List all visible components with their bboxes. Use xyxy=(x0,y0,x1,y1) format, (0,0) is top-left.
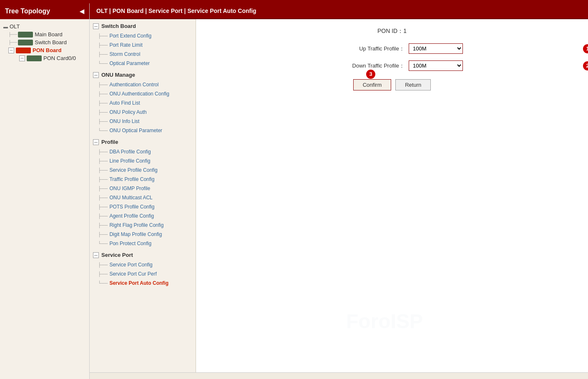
nav-section-header-profile[interactable]: ─ Profile xyxy=(90,137,196,147)
down-traffic-select[interactable]: 100M 200M 500M 1G xyxy=(409,60,463,71)
pon-id-label: PON ID：1 xyxy=(377,28,407,34)
connector-onu-optical: └── xyxy=(98,128,108,133)
tree-label-olt: OLT xyxy=(10,23,20,30)
connector-storm: ├── xyxy=(98,52,108,57)
nav-section-label-onu-manage: ONU Manage xyxy=(101,72,135,78)
tree-label-pon-board: PON Board xyxy=(33,47,61,53)
nav-item-onu-optical-param[interactable]: └── ONU Optical Parameter xyxy=(90,126,196,135)
connector-auth: ├── xyxy=(98,82,108,87)
main-content: ForoISP PON ID：1 Up Traffic Profile： 100… xyxy=(196,19,588,372)
connector-optical: └── xyxy=(98,61,108,66)
down-traffic-row: Down Traffic Profile： 100M 200M 500M 1G … xyxy=(204,60,580,71)
nav-item-optical-parameter[interactable]: └── Optical Parameter xyxy=(90,59,196,68)
nav-menu: ─ Switch Board ├── Port Extend Config ├─… xyxy=(90,19,196,372)
up-traffic-label: Up Traffic Profile： xyxy=(321,45,405,53)
nav-toggle-profile[interactable]: ─ xyxy=(93,139,99,145)
nav-item-storm-control[interactable]: ├── Storm Control xyxy=(90,50,196,59)
nav-toggle-service-port[interactable]: ─ xyxy=(93,252,99,258)
return-button[interactable]: Return xyxy=(395,79,431,90)
pon-card-icon xyxy=(27,55,42,61)
nav-item-port-rate-limit[interactable]: ├── Port Rate Limit xyxy=(90,40,196,50)
tree-item-pon-board[interactable]: ─ PON Board xyxy=(2,46,88,54)
main-board-icon xyxy=(18,32,33,38)
confirm-button[interactable]: Confirm xyxy=(353,79,392,90)
tree-label-switch-board: Switch Board xyxy=(35,39,67,45)
tree-item-main-board[interactable]: ├── Main Board xyxy=(2,30,88,38)
nav-item-onu-info-list[interactable]: ├── ONU Info List xyxy=(90,117,196,126)
nav-section-header-switch-board[interactable]: ─ Switch Board xyxy=(90,21,196,31)
connector-port-rate: ├── xyxy=(98,43,108,48)
svg-text:ForoISP: ForoISP xyxy=(346,310,423,332)
nav-item-service-port-cur-perf[interactable]: ├── Service Port Cur Perf xyxy=(90,269,196,279)
sidebar-header: Tree Topology ◀ xyxy=(0,3,89,19)
nav-item-onu-policy-auth[interactable]: ├── ONU Policy Auth xyxy=(90,108,196,117)
nav-section-switch-board: ─ Switch Board ├── Port Extend Config ├─… xyxy=(90,21,196,68)
connector-info: ├── xyxy=(98,119,108,124)
tree-item-olt[interactable]: ▬ OLT xyxy=(2,23,88,30)
up-traffic-row: Up Traffic Profile： 100M 200M 500M 1G 1 xyxy=(204,43,580,54)
switch-board-icon xyxy=(18,40,33,45)
nav-section-label-switch-board: Switch Board xyxy=(101,23,136,29)
nav-section-header-service-port[interactable]: ─ Service Port xyxy=(90,250,196,260)
nav-item-line-profile[interactable]: ├── Line Profile Config xyxy=(90,156,196,166)
sidebar-title: Tree Topology xyxy=(5,8,50,15)
nav-section-header-onu-manage[interactable]: ─ ONU Manage xyxy=(90,70,196,80)
connector-port-extend: ├── xyxy=(98,33,108,38)
nav-item-service-profile[interactable]: ├── Service Profile Config xyxy=(90,166,196,175)
sidebar: Tree Topology ◀ ▬ OLT ├── Main Board ├──… xyxy=(0,3,90,379)
connector-auto-find: ├── xyxy=(98,100,108,105)
nav-section-profile: ─ Profile ├── DBA Profile Config ├── Lin… xyxy=(90,137,196,248)
up-traffic-select[interactable]: 100M 200M 500M 1G xyxy=(409,43,463,54)
connector-policy: ├── xyxy=(98,110,108,115)
nav-section-label-profile: Profile xyxy=(101,139,118,145)
breadcrumb-bar: OLT | PON Board | Service Port | Service… xyxy=(90,3,588,19)
button-row: 3 Confirm Return xyxy=(204,79,580,90)
pon-board-icon xyxy=(16,48,31,53)
nav-item-auth-control[interactable]: ├── Authentication Control xyxy=(90,80,196,89)
nav-item-right-flag[interactable]: ├── Right Flag Profile Config xyxy=(90,221,196,230)
bottom-scroll-bar[interactable] xyxy=(90,372,588,379)
sidebar-tree: ▬ OLT ├── Main Board ├── Switch Board ─ … xyxy=(0,19,89,379)
sidebar-collapse-btn[interactable]: ◀ xyxy=(80,8,84,15)
badge-3: 3 xyxy=(366,70,375,79)
nav-item-auto-find-list[interactable]: ├── Auto Find List xyxy=(90,98,196,108)
nav-section-onu-manage: ─ ONU Manage ├── Authentication Control … xyxy=(90,70,196,135)
nav-item-dba-profile[interactable]: ├── DBA Profile Config xyxy=(90,147,196,156)
nav-section-label-service-port: Service Port xyxy=(101,252,133,258)
nav-item-agent-profile[interactable]: ├── Agent Profile Config xyxy=(90,211,196,221)
nav-item-onu-auth-config[interactable]: ├── ONU Authentication Config xyxy=(90,89,196,98)
watermark: ForoISP xyxy=(346,305,438,339)
breadcrumb: OLT | PON Board | Service Port | Service… xyxy=(96,8,256,14)
nav-item-onu-multicast[interactable]: ├── ONU Multicast ACL xyxy=(90,193,196,202)
nav-item-service-port-config[interactable]: ├── Service Port Config xyxy=(90,260,196,269)
top-bar xyxy=(0,0,588,3)
tree-item-pon-card[interactable]: ─ PON Card0/0 xyxy=(2,54,88,62)
nav-item-port-extend-config[interactable]: ├── Port Extend Config xyxy=(90,31,196,40)
pon-id-row: PON ID：1 xyxy=(204,28,580,35)
nav-item-digit-map[interactable]: ├── Digit Map Profile Config xyxy=(90,230,196,239)
nav-toggle-switch-board[interactable]: ─ xyxy=(93,23,99,29)
tree-item-switch-board[interactable]: ├── Switch Board xyxy=(2,38,88,46)
content-area: OLT | PON Board | Service Port | Service… xyxy=(90,3,588,379)
nav-item-traffic-profile[interactable]: ├── Traffic Profile Config xyxy=(90,175,196,184)
tree-label-pon-card: PON Card0/0 xyxy=(43,55,76,61)
nav-item-onu-igmp[interactable]: ├── ONU IGMP Profile xyxy=(90,184,196,193)
nav-section-service-port: ─ Service Port ├── Service Port Config ├… xyxy=(90,250,196,288)
nav-toggle-onu-manage[interactable]: ─ xyxy=(93,72,99,78)
nav-item-pon-protect[interactable]: └── Pon Protect Config xyxy=(90,239,196,248)
badge-1: 1 xyxy=(583,44,588,53)
tree-label-main-board: Main Board xyxy=(35,31,62,38)
down-traffic-label: Down Traffic Profile： xyxy=(321,62,405,70)
nav-item-pots-profile[interactable]: ├── POTS Profile Config xyxy=(90,202,196,211)
connector-onu-auth: ├── xyxy=(98,91,108,96)
nav-item-service-port-auto-config[interactable]: └── Service Port Auto Config xyxy=(90,279,196,288)
badge-2: 2 xyxy=(583,61,588,70)
